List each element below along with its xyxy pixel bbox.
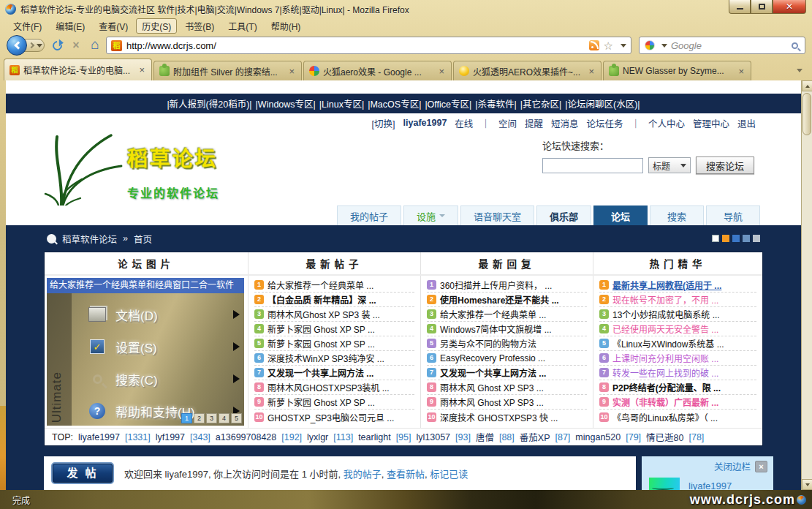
thread-title-link[interactable]: 雨林木风Ghost XP SP3 装 ... [267,308,380,320]
list-all-tabs-button[interactable] [791,63,808,78]
close-button[interactable]: ✕ [773,0,806,14]
thread-title-link[interactable]: 雨林木风 Ghost XP SP3 ... [440,381,544,393]
scroll-down-button[interactable] [802,479,812,490]
topnav-link[interactable]: |其它杂区| [520,97,562,110]
top-user-count[interactable]: [88] [499,432,515,442]
thread-list-item[interactable]: 3给大家推荐一个经典菜单 ... [427,307,587,322]
topnav-link[interactable]: |论坛闲聊区(水区)| [565,97,640,110]
thread-title-link[interactable]: 新萝卜家园 Ghost XP SP ... [267,396,375,408]
thread-title-link[interactable]: GHOSTXP_SP3电脑公司元旦 ... [267,411,394,423]
tab-close-icon[interactable]: × [287,67,296,76]
thread-list-item[interactable]: 1最新共享上网教程(适用于 ... [599,278,756,293]
userbar-link[interactable]: 短消息 [551,116,579,130]
home-button[interactable]: ⌂ [87,37,103,54]
thread-title-link[interactable]: 360扫描并上传用户资料， ... [440,279,552,291]
topnav-link[interactable]: |Windows专区| [256,97,316,110]
thread-title-link[interactable]: 已经使用两天无安全警告 ... [612,323,718,335]
thread-list-item[interactable]: 2【白金品质 新年精品】深 ... [254,293,414,307]
thread-list-item[interactable]: 1360扫描并上传用户资料， ... [427,278,587,293]
userbar-link[interactable]: 管理中心 [693,116,729,130]
style-square[interactable] [722,235,729,242]
style-square[interactable] [712,235,719,242]
top-user-count[interactable]: [95] [396,432,411,442]
thread-title-link[interactable]: Windows7简体中文旗舰增 ... [440,323,552,335]
thread-list-item[interactable]: 8雨林木风GHOSTXPSP3装机 ... [254,380,414,395]
thread-list-item[interactable]: 313个小妙招成就电脑系统 ... [599,307,756,322]
stop-button[interactable]: × [68,37,84,54]
userbar-link[interactable]: 个人中心 [648,116,685,130]
thread-title-link[interactable]: 【白金品质 新年精品】深 ... [267,293,376,306]
google-icon[interactable] [645,40,655,50]
browser-tab[interactable]: 稻稻草软件论坛-专业的电脑...× [4,59,152,80]
thread-list-item[interactable]: 3雨林木风Ghost XP SP3 装 ... [254,307,414,322]
thread-title-link[interactable]: 实测（非转载）广西最新 ... [612,396,718,408]
thread-list-item[interactable]: 5另类与众不同的购物方法 [427,336,587,351]
forum-tab-俱乐部[interactable]: 俱乐部 [536,206,591,225]
topnav-link[interactable]: |Linux专区| [319,97,364,110]
top-user-name[interactable]: tearlight [358,432,390,442]
slide-page-button[interactable]: 2 [194,413,205,423]
top-user-count[interactable]: [343] [190,432,210,442]
reload-button[interactable] [49,37,65,54]
new-post-button[interactable]: 发 帖 [51,462,114,484]
thread-title-link[interactable]: 另类与众不同的购物方法 [440,337,536,350]
forum-tab-设施[interactable]: 设施 [403,206,458,225]
thread-list-item[interactable]: 9雨林木风 Ghost XP SP3 ... [427,395,587,410]
bookmark-star-icon[interactable]: ☆ [604,40,613,51]
top-user-name[interactable]: 番茄XP [520,430,550,444]
top-user-count[interactable]: [87] [555,432,570,442]
thread-list-item[interactable]: 4Windows7简体中文旗舰增 ... [427,322,587,336]
slide-page-button[interactable]: 4 [219,413,229,423]
tab-close-icon[interactable]: × [437,67,446,76]
image-caption[interactable]: 给大家推荐一个经典菜单和经典窗口二合一软件 [47,278,244,293]
vertical-scrollbar[interactable] [801,80,812,490]
forum-image-slide[interactable]: 给大家推荐一个经典菜单和经典窗口二合一软件 Ultimate 文档(D)✓设置(… [47,278,244,426]
thread-title-link[interactable]: EasyRecovery Professio ... [440,353,545,363]
thread-list-item[interactable]: 2现在帐号不加密了，不用 ... [599,293,756,307]
thread-list-item[interactable]: 6EasyRecovery Professio ... [427,351,587,366]
thread-title-link[interactable]: 又发现一个共享上网方法 ... [267,366,373,379]
search-box[interactable]: Google [639,37,805,54]
forum-tab-语音聊天室[interactable]: 语音聊天室 [460,206,534,225]
welcome-link[interactable]: 查看新帖 [387,469,425,480]
thread-list-item[interactable]: 4已经使用两天无安全警告 ... [599,322,756,336]
top-user-name[interactable]: 唐僧 [476,430,494,444]
thread-list-item[interactable]: 8P2P终结者(分配流量、限 ... [599,380,756,395]
sidebar-username[interactable]: liyafe1997 [688,480,732,491]
thread-title-link[interactable]: 深度技术 GHOSTXPSP3 快 ... [440,411,558,423]
thread-list-item[interactable]: 7又发现一个共享上网方法 ... [254,366,414,380]
search-type-select[interactable]: 标题 [648,157,691,173]
thread-list-item[interactable]: 9新萝卜家园 Ghost XP SP ... [254,395,414,410]
top-user-name[interactable]: liyafe1997 [78,432,120,442]
slide-page-button[interactable]: 1 [181,413,192,423]
history-dropdown-icon[interactable] [37,44,42,48]
thread-list-item[interactable]: 5新萝卜家园 Ghost XP SP ... [254,336,414,351]
back-button[interactable] [7,35,27,56]
thread-title-link[interactable]: 给大家推荐一个经典菜单 ... [267,279,373,291]
userbar-link[interactable]: 退出 [737,116,756,130]
menu-help[interactable]: 帮助(H) [265,18,307,34]
url-dropdown-icon[interactable] [621,44,626,48]
top-user-name[interactable]: lyxlgr [307,432,328,442]
thread-title-link[interactable]: 《Linux与XWindow系统基 ... [612,337,724,350]
menu-history[interactable]: 历史(S) [136,18,177,34]
thread-list-item[interactable]: 6深度技术WinXP SP3纯净安 ... [254,351,414,366]
topnav-link[interactable]: |杀毒软件| [475,97,517,110]
url-text[interactable]: http://www.dcrjs.com/ [126,40,585,51]
maximize-button[interactable] [751,0,773,14]
slide-page-button[interactable]: 3 [206,413,217,423]
tab-close-icon[interactable]: × [737,67,745,76]
forum-tab-导航[interactable]: 导航 [706,206,760,225]
close-sidebar-link[interactable]: 关闭边栏 [714,459,751,473]
thread-title-link[interactable]: 雨林木风GHOSTXPSP3装机 ... [267,381,390,393]
menu-file[interactable]: 文件(F) [7,18,48,34]
search-magnifier-icon[interactable] [792,42,798,49]
browser-tab[interactable]: 火狐aero效果 - Google ...× [303,61,452,80]
thread-list-item[interactable]: 6上课时间充分利用空闲账 ... [599,351,756,366]
top-user-count[interactable]: [79] [626,432,641,442]
thread-title-link[interactable]: 《鸟哥的Linux私房菜》（ ... [612,411,718,423]
thread-title-link[interactable]: 现在帐号不加密了，不用 ... [612,293,718,306]
style-square[interactable] [743,235,750,242]
browser-tab[interactable]: 附加组件 Silver 的搜索结...× [153,61,302,80]
top-user-count[interactable]: [1331] [125,432,151,442]
